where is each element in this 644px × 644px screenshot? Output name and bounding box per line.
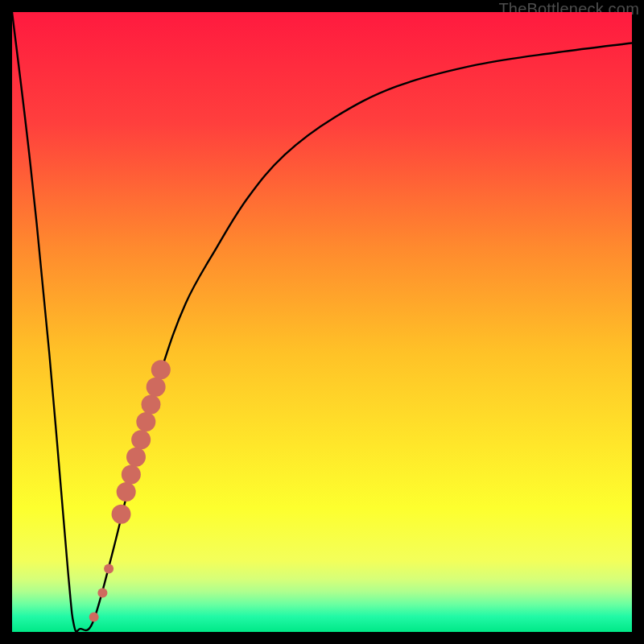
chart-svg [12,12,632,632]
gradient-background [12,12,632,632]
marker-dot [104,564,114,573]
marker-dot [117,482,136,502]
marker-dot [126,448,146,467]
marker-dot [147,378,166,397]
chart-root: TheBottleneck.com [0,0,644,644]
marker-dot [112,505,131,524]
marker-dot [131,430,151,449]
marker-dot [97,588,107,597]
plot-outer-frame: TheBottleneck.com [0,0,644,644]
marker-dot [122,464,141,484]
marker-dot [151,360,171,379]
marker-dot [89,613,99,622]
marker-dot [141,394,160,414]
plot-area [12,12,632,632]
marker-dot [136,412,155,431]
